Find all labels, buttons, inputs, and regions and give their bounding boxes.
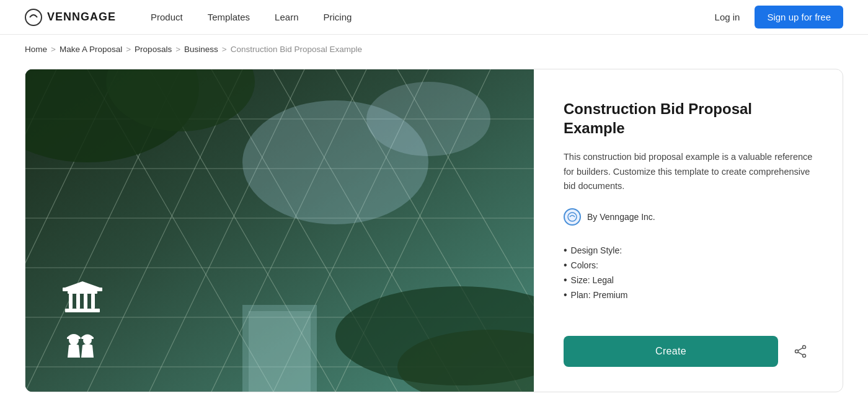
template-icons-overlay [63, 281, 102, 367]
breadcrumb-sep-2: > [126, 45, 131, 54]
logo[interactable]: VENNGAGE [25, 9, 116, 26]
signup-button[interactable]: Sign up for free [755, 6, 843, 29]
template-meta-list: Design Style: Colors: Size: Legal Plan: … [564, 243, 813, 302]
svg-rect-37 [91, 294, 95, 309]
breadcrumb: Home > Make A Proposal > Proposals > Bus… [0, 35, 868, 64]
template-description: This construction bid proposal example i… [564, 150, 813, 193]
author-row: By Venngage Inc. [564, 208, 813, 226]
svg-point-44 [803, 354, 806, 358]
svg-point-43 [803, 346, 806, 349]
meta-plan: Plan: Premium [564, 288, 813, 302]
header: VENNGAGE Product Templates Learn Pricing… [0, 0, 868, 35]
login-button[interactable]: Log in [707, 7, 748, 27]
action-row: Create [564, 336, 813, 367]
template-card: Construction Bid Proposal Example This c… [25, 69, 843, 392]
breadcrumb-sep-1: > [51, 45, 56, 54]
svg-rect-31 [68, 291, 97, 294]
svg-point-23 [366, 82, 490, 156]
template-info-panel: Construction Bid Proposal Example This c… [534, 69, 843, 392]
svg-point-0 [25, 9, 42, 25]
svg-rect-36 [84, 294, 87, 309]
svg-rect-29 [249, 311, 311, 392]
nav-product[interactable]: Product [141, 7, 193, 27]
author-name: By Venngage Inc. [587, 212, 655, 222]
create-button[interactable]: Create [564, 336, 778, 367]
svg-point-45 [795, 350, 799, 353]
meta-colors: Colors: [564, 258, 813, 273]
nav-pricing[interactable]: Pricing [313, 7, 361, 27]
breadcrumb-proposals[interactable]: Proposals [135, 45, 172, 54]
meta-design-style: Design Style: [564, 243, 813, 258]
template-preview-image [25, 69, 534, 392]
svg-rect-39 [67, 337, 81, 339]
svg-rect-32 [63, 288, 102, 291]
breadcrumb-home[interactable]: Home [25, 45, 47, 54]
nav-templates[interactable]: Templates [198, 7, 260, 27]
nav-learn[interactable]: Learn [265, 7, 308, 27]
building-icon [63, 281, 102, 322]
header-actions: Log in Sign up for free [707, 6, 843, 29]
venngage-logo-icon [25, 9, 42, 26]
breadcrumb-current: Construction Bid Proposal Example [231, 45, 362, 54]
template-image-panel [25, 69, 534, 392]
breadcrumb-sep-3: > [175, 45, 180, 54]
svg-line-46 [798, 348, 803, 350]
author-avatar [564, 208, 581, 226]
logo-text: VENNGAGE [47, 11, 116, 24]
svg-rect-34 [69, 294, 73, 309]
share-button[interactable] [788, 339, 813, 364]
breadcrumb-business[interactable]: Business [184, 45, 218, 54]
breadcrumb-make-proposal[interactable]: Make A Proposal [60, 45, 122, 54]
worker-icon [63, 327, 102, 367]
breadcrumb-sep-4: > [222, 45, 227, 54]
main-nav: Product Templates Learn Pricing [141, 7, 707, 27]
svg-rect-30 [65, 309, 100, 312]
svg-rect-35 [76, 294, 80, 309]
svg-rect-41 [81, 337, 94, 339]
svg-point-42 [568, 213, 577, 221]
venngage-avatar-icon [567, 212, 577, 222]
template-title: Construction Bid Proposal Example [564, 99, 813, 138]
svg-line-47 [798, 352, 803, 354]
main-content: Construction Bid Proposal Example This c… [0, 64, 868, 409]
share-icon [794, 345, 807, 358]
svg-marker-33 [65, 281, 100, 288]
meta-size: Size: Legal [564, 273, 813, 288]
